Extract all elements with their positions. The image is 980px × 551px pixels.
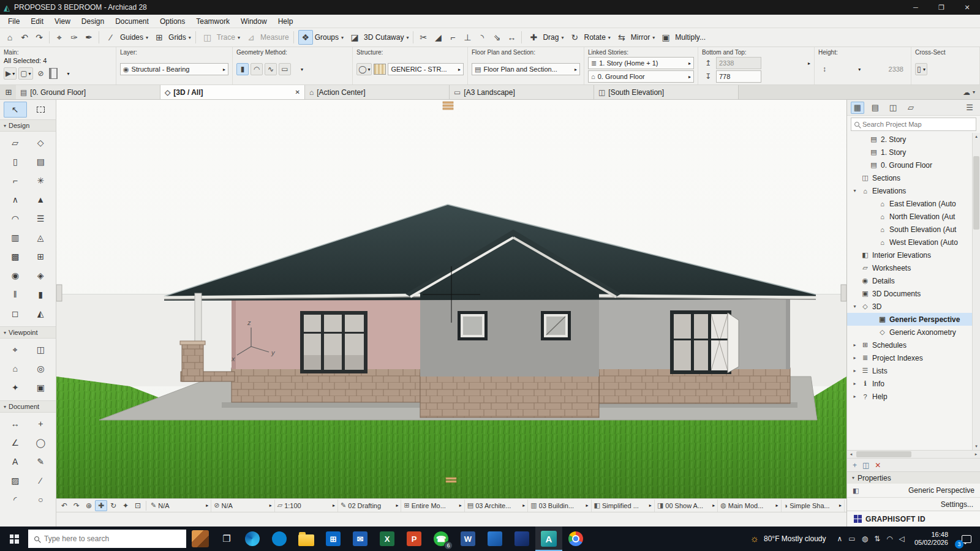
pinned-photo-icon[interactable] xyxy=(192,530,209,547)
scale-selector[interactable]: ▱ 1:100 ▸ xyxy=(275,500,338,512)
taskbar-search[interactable] xyxy=(28,530,186,548)
scroll-left-icon[interactable]: ◂ xyxy=(847,452,855,457)
tree-vertical-scrollbar[interactable]: ▴ ▾ xyxy=(972,133,980,450)
geometry-more-dropdown[interactable]: ▾ xyxy=(293,63,305,75)
3d-viewport[interactable]: z x y xyxy=(56,100,846,498)
object-tool[interactable]: ✳ xyxy=(29,173,52,189)
building-material-selector[interactable]: GENERIC - STR... ▸ xyxy=(388,63,464,75)
circle-tool[interactable]: ○ xyxy=(29,492,52,508)
menu-edit[interactable]: Edit xyxy=(25,15,49,28)
marquee-settings-button[interactable]: ▢▾ xyxy=(18,67,32,80)
elevation-options-arrow[interactable]: ▸ xyxy=(808,61,810,66)
redo-icon[interactable]: ↷ xyxy=(32,30,47,45)
chevron-down-icon[interactable]: ▾ xyxy=(561,35,564,40)
word-icon[interactable]: W xyxy=(454,527,481,551)
taskbar-search-input[interactable] xyxy=(44,534,180,543)
window-tool[interactable]: ▤ xyxy=(29,154,52,170)
line-tool[interactable]: ∕ xyxy=(29,473,52,489)
chevron-down-icon[interactable]: ▾ xyxy=(851,188,858,193)
powerpoint-icon[interactable]: P xyxy=(401,527,428,551)
chrome-icon[interactable] xyxy=(562,527,589,551)
chevron-right-icon[interactable]: ▸ xyxy=(851,394,858,399)
project-map-icon[interactable]: ▦ xyxy=(851,102,864,114)
next-zoom-icon[interactable]: ↷ xyxy=(70,500,83,511)
floorplan-display-selector[interactable]: ▤ Floor Plan and Section... ▸ xyxy=(472,63,580,75)
tree-item-north-elevation[interactable]: ⌂North Elevation (Aut xyxy=(847,210,972,223)
groups-button[interactable]: ❖ Groups ▾ xyxy=(296,30,345,45)
column-tool[interactable]: ▮ xyxy=(29,287,52,302)
menu-document[interactable]: Document xyxy=(110,15,154,28)
truss-tool[interactable]: ◭ xyxy=(29,305,52,321)
section-tool[interactable]: ⌖ xyxy=(4,342,27,358)
tree-item-sections[interactable]: ◫Sections xyxy=(847,171,972,184)
fillet-icon[interactable]: ◝ xyxy=(475,30,489,45)
graphic-override-selector[interactable]: ◨ 00 Show A... ▸ xyxy=(655,500,718,512)
undo-icon[interactable]: ↶ xyxy=(17,30,32,45)
previous-zoom-icon[interactable]: ↶ xyxy=(58,500,70,511)
chevron-right-icon[interactable]: ▸ xyxy=(851,342,858,348)
menu-design[interactable]: Design xyxy=(76,15,110,28)
clone-folder-icon[interactable]: ◫ xyxy=(862,461,869,470)
tree-item-elevations[interactable]: ▾⌂Elevations xyxy=(847,184,972,197)
delete-icon[interactable]: ✕ xyxy=(875,461,881,470)
geometry-chained-button[interactable]: ∿ xyxy=(265,63,277,75)
excel-icon[interactable]: X xyxy=(374,527,401,551)
walk-mode-icon[interactable]: ✦ xyxy=(119,500,132,511)
tree-item-info[interactable]: ▸ℹInfo xyxy=(847,377,972,390)
globe-icon[interactable]: ◍ xyxy=(862,534,868,543)
left-edge-handle[interactable] xyxy=(56,285,62,301)
app-blue-circle-icon[interactable] xyxy=(266,527,293,551)
beam-tool[interactable]: ⌐ xyxy=(4,173,27,189)
geometry-curved-button[interactable]: ◠ xyxy=(251,63,263,75)
tree-item-east-elevation[interactable]: ⌂East Elevation (Auto xyxy=(847,197,972,210)
chevron-down-icon[interactable]: ▾ xyxy=(652,35,655,40)
start-button[interactable] xyxy=(0,527,28,551)
view-map-icon[interactable]: ▤ xyxy=(869,102,882,114)
intersect-icon[interactable]: ⊥ xyxy=(460,30,475,45)
properties-header[interactable]: ▾ Properties xyxy=(847,471,980,484)
display-icon[interactable]: ▭ xyxy=(848,534,855,543)
chevron-down-icon[interactable]: ▾ xyxy=(238,35,240,40)
top-link-selector[interactable]: ≣ 1. Story (Home + 1) ▸ xyxy=(588,57,694,69)
arrow-tool[interactable]: ↖ xyxy=(4,102,27,118)
marquee-tool[interactable] xyxy=(29,102,53,118)
mirror-button[interactable]: ⇆ Mirror ▾ xyxy=(612,30,657,45)
tree-item-generic-axonometry[interactable]: ◇Generic Axonometry xyxy=(847,326,972,339)
file-explorer-icon[interactable] xyxy=(293,527,320,551)
tree-item-south-elevation[interactable]: ⌂South Elevation (Aut xyxy=(847,223,972,236)
tree-item-west-elevation[interactable]: ⌂West Elevation (Auto xyxy=(847,236,972,249)
ethernet-icon[interactable]: ⇅ xyxy=(874,534,880,543)
layout-book-icon[interactable]: ◫ xyxy=(886,102,900,114)
bottom-elevation-input[interactable]: 778 xyxy=(716,70,761,83)
tab-action-center[interactable]: ⌂ [Action Center] xyxy=(305,85,450,99)
top-cutaway-grip[interactable] xyxy=(443,102,453,110)
tree-item-3d-documents[interactable]: ▣3D Documents xyxy=(847,287,972,300)
tree-item-details[interactable]: ◉Details xyxy=(847,274,972,287)
favorites-dropdown[interactable]: ▾ xyxy=(59,67,72,80)
tab-a3-landscape[interactable]: ▭ [A3 Landscape] xyxy=(450,85,594,99)
tab-3d-all[interactable]: ◇ [3D / All] ✕ xyxy=(160,85,305,99)
right-edge-handle[interactable] xyxy=(841,285,846,301)
tree-item-help[interactable]: ▸?Help xyxy=(847,390,972,403)
rotate-button[interactable]: ↻ Rotate ▾ xyxy=(565,30,612,45)
publisher-icon[interactable]: ▱ xyxy=(904,102,918,114)
label-tool[interactable]: ✎ xyxy=(29,454,52,470)
chevron-right-icon[interactable]: ▸ xyxy=(851,368,858,373)
cross-section-button[interactable]: ▯▾ xyxy=(915,63,927,75)
archicad-taskbar-icon[interactable]: A xyxy=(535,527,562,551)
zone-tool[interactable]: ▩ xyxy=(4,249,27,264)
trace-button[interactable]: ◫ Trace ▾ xyxy=(198,30,242,45)
menu-view[interactable]: View xyxy=(49,15,76,28)
profile-selector-button[interactable]: ◯▾ xyxy=(356,63,372,75)
height-options-arrow[interactable]: ▾ xyxy=(858,67,861,72)
whatsapp-icon[interactable]: ☎ 6 xyxy=(428,527,454,551)
level-dimension-tool[interactable]: + xyxy=(29,416,52,432)
quad-view-icon[interactable]: ⊞ xyxy=(1,85,16,99)
project-map-search[interactable] xyxy=(851,118,976,131)
model-view-options-selector[interactable]: ◧ Simplified ... ▸ xyxy=(592,500,655,512)
grid-tool[interactable]: ⊞ xyxy=(29,249,52,264)
inject-parameters-icon[interactable]: ✒ xyxy=(81,30,96,45)
door-tool[interactable]: ▯ xyxy=(4,154,27,170)
tab-ground-floor[interactable]: ▤ [0. Ground Floor] xyxy=(16,85,160,99)
menu-help[interactable]: Help xyxy=(273,15,299,28)
